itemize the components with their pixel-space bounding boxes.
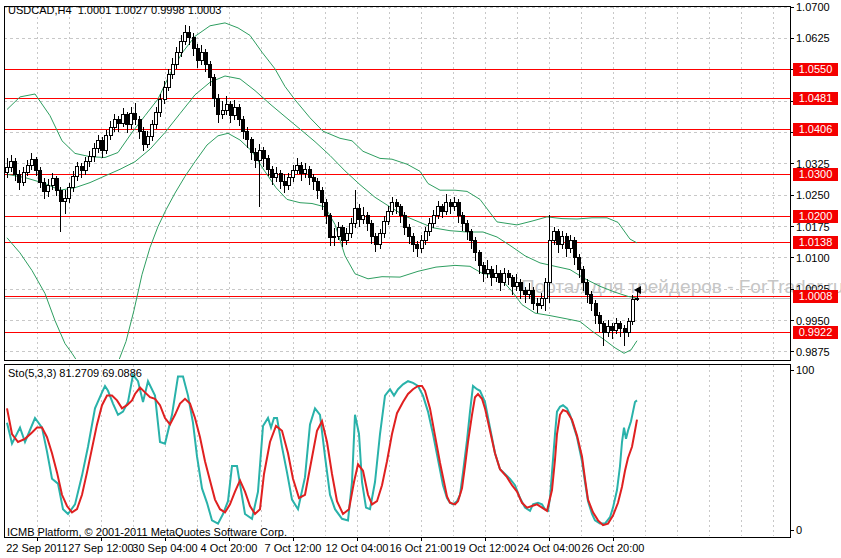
candle-body xyxy=(242,119,245,132)
candle-body xyxy=(14,162,17,175)
time-axis[interactable]: 22 Sep 201127 Sep 12:0030 Sep 04:004 Oct… xyxy=(0,542,841,558)
candle-body xyxy=(113,120,116,128)
candle-body xyxy=(80,167,83,171)
candle-body xyxy=(598,316,601,324)
candle-body xyxy=(126,115,129,125)
price-axis-label: 1.0250 xyxy=(796,189,830,201)
candle-body xyxy=(619,324,622,328)
candle-body xyxy=(163,87,166,100)
candle-body xyxy=(586,282,589,295)
candle-body xyxy=(466,224,469,232)
candle-body xyxy=(602,324,605,332)
candle-body xyxy=(325,203,328,216)
price-level-badge: 0.9922 xyxy=(793,326,838,339)
candle-body xyxy=(171,65,174,75)
time-axis-label: 16 Oct 21:00 xyxy=(390,542,453,554)
candle-body xyxy=(68,188,71,199)
candle-body xyxy=(362,215,365,219)
candle-body xyxy=(159,100,162,113)
candle-body xyxy=(515,282,518,286)
candle-body xyxy=(544,282,547,299)
candle-body xyxy=(51,178,54,186)
candle-body xyxy=(358,209,361,220)
candle-body xyxy=(453,203,456,207)
candle-body xyxy=(383,221,386,234)
indicator-label: Sto(5,3,3) 81.2709 69.0886 xyxy=(8,367,142,379)
candle-body xyxy=(569,240,572,248)
gridlines xyxy=(4,7,790,536)
candle-body xyxy=(188,32,191,37)
main-panel-border xyxy=(4,6,790,360)
price-chart-canvas[interactable] xyxy=(0,0,841,558)
candle-body xyxy=(59,190,62,201)
candle-body xyxy=(225,104,228,111)
candle-body xyxy=(387,211,390,221)
candle-body xyxy=(209,65,212,78)
candle-body xyxy=(615,324,618,330)
candle-body xyxy=(495,274,498,278)
candle-body xyxy=(142,132,145,145)
candle-body xyxy=(246,132,249,140)
candle-body xyxy=(151,125,154,137)
candle-body xyxy=(130,114,133,125)
time-axis-label: 19 Oct 12:00 xyxy=(454,542,517,554)
candle-body xyxy=(519,282,522,290)
time-axis-label: 24 Oct 04:00 xyxy=(518,542,581,554)
candle-body xyxy=(292,170,295,178)
candle-body xyxy=(627,322,630,332)
candle-body xyxy=(300,165,303,173)
candle-body xyxy=(204,52,207,65)
candle-body xyxy=(39,170,42,183)
candle-body xyxy=(561,236,564,244)
candle-body xyxy=(217,98,220,115)
candles xyxy=(6,25,639,346)
candle-body xyxy=(374,236,377,244)
price-level-badge: 1.0200 xyxy=(793,210,838,223)
candle-body xyxy=(221,111,224,115)
candle-body xyxy=(6,168,9,172)
time-axis-label: 7 Oct 12:00 xyxy=(265,542,322,554)
candle-body xyxy=(582,270,585,283)
candle-body xyxy=(321,190,324,203)
candle-body xyxy=(490,270,493,278)
candle-body xyxy=(26,166,29,172)
candle-body xyxy=(308,169,311,177)
price-axis[interactable]: 1.07001.06251.05501.04751.04001.03251.02… xyxy=(790,0,841,558)
candle-body xyxy=(333,236,336,238)
candle-body xyxy=(528,291,531,295)
candle-body xyxy=(345,234,348,241)
candle-body xyxy=(287,178,290,186)
candle-body xyxy=(93,148,96,156)
price-level-badge: 1.0138 xyxy=(793,236,838,249)
candle-body xyxy=(167,75,170,88)
candle-body xyxy=(437,207,440,215)
time-axis-label: 22 Sep 2011 xyxy=(6,542,68,554)
candle-body xyxy=(117,120,120,123)
candle-body xyxy=(474,240,477,253)
candle-body xyxy=(403,215,406,228)
candle-body xyxy=(594,303,597,316)
price-level-badge: 1.0406 xyxy=(793,123,838,136)
candle-body xyxy=(275,173,278,177)
candle-body xyxy=(196,49,199,61)
price-level-badge: 1.0481 xyxy=(793,92,838,105)
candle-body xyxy=(420,240,423,248)
candle-body xyxy=(470,232,473,240)
candle-body xyxy=(122,115,125,123)
candle-body xyxy=(180,41,183,53)
candle-body xyxy=(445,203,448,211)
price-axis-label: 0.9950 xyxy=(796,315,830,327)
candle-body xyxy=(279,173,282,181)
candle-body xyxy=(55,178,58,190)
candle-body xyxy=(631,299,634,322)
candle-body xyxy=(379,234,382,245)
candle-body xyxy=(565,236,568,249)
candle-body xyxy=(532,291,535,304)
candle-body xyxy=(155,112,158,125)
chart-borders xyxy=(4,6,794,541)
candle-body xyxy=(511,278,514,286)
candle-body xyxy=(316,182,319,190)
indicator-axis-min: 0 xyxy=(796,524,802,536)
candle-body xyxy=(233,107,236,115)
time-axis-label: 30 Sep 04:00 xyxy=(132,542,197,554)
